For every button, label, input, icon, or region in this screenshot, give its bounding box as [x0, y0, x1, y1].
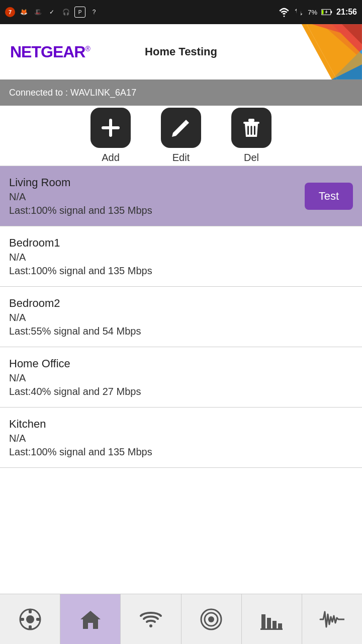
edit-label: Edit — [172, 152, 190, 164]
location-name: Living Room — [9, 176, 152, 189]
location-info: Home OfficeN/ALast:40% signal and 27 Mbp… — [9, 357, 141, 397]
delete-icon-box — [231, 108, 272, 148]
connection-label: Connected to : WAVLINK_6A17 — [9, 88, 136, 98]
check-icon: ✓ — [46, 7, 57, 18]
location-status: N/A — [9, 372, 141, 384]
connection-bar: Connected to : WAVLINK_6A17 — [0, 79, 362, 106]
svg-rect-18 — [251, 126, 252, 135]
add-label: Add — [102, 152, 120, 164]
location-status: N/A — [9, 312, 141, 324]
nav-chart[interactable] — [242, 594, 302, 644]
svg-rect-3 — [322, 10, 323, 15]
location-name: Home Office — [9, 357, 141, 370]
add-button[interactable]: Add — [90, 108, 131, 164]
nav-home[interactable] — [60, 594, 121, 644]
location-last: Last:100% signal and 135 Mbps — [9, 446, 152, 458]
location-item[interactable]: KitchenN/ALast:100% signal and 135 Mbps — [0, 408, 362, 468]
location-last: Last:55% signal and 54 Mbps — [9, 326, 141, 337]
data-transfer-icon — [294, 7, 304, 17]
location-item[interactable]: Bedroom1N/ALast:100% signal and 135 Mbps — [0, 226, 362, 287]
battery-icon — [321, 8, 332, 16]
svg-rect-30 — [261, 614, 265, 629]
svg-rect-25 — [36, 618, 40, 621]
svg-point-21 — [26, 615, 34, 623]
test-button[interactable]: Test — [305, 183, 353, 210]
svg-marker-4 — [325, 10, 328, 14]
status-left: 7 🦊 🎩 ✓ 🎧 P ? — [5, 7, 100, 18]
location-status: N/A — [9, 252, 152, 263]
delete-button[interactable]: Del — [231, 108, 272, 164]
svg-rect-31 — [267, 618, 271, 629]
location-list: Living RoomN/ALast:100% signal and 135 M… — [0, 166, 362, 468]
location-last: Last:100% signal and 135 Mbps — [9, 265, 152, 277]
svg-rect-19 — [254, 126, 255, 135]
add-icon-box — [90, 108, 131, 148]
delete-label: Del — [244, 152, 259, 164]
nav-wifi[interactable] — [121, 594, 181, 644]
toolbar: Add Edit Del — [0, 106, 362, 166]
svg-rect-14 — [102, 126, 120, 129]
wifi-status-icon — [279, 7, 290, 18]
notification-badge: 7 — [5, 7, 15, 17]
location-info: Bedroom2N/ALast:55% signal and 54 Mbps — [9, 297, 141, 337]
svg-rect-22 — [29, 609, 32, 613]
location-name: Bedroom2 — [9, 297, 141, 310]
nav-waveform[interactable] — [302, 594, 362, 644]
color-decoration — [261, 24, 362, 79]
svg-rect-24 — [20, 618, 24, 621]
location-name: Kitchen — [9, 418, 152, 431]
svg-point-26 — [149, 624, 152, 627]
location-info: Bedroom1N/ALast:100% signal and 135 Mbps — [9, 236, 152, 277]
location-status: N/A — [9, 191, 152, 203]
location-last: Last:40% signal and 27 Mbps — [9, 386, 141, 397]
svg-rect-15 — [243, 122, 259, 124]
edit-icon-box — [161, 108, 201, 148]
page-title: Home Testing — [145, 45, 217, 58]
edit-button[interactable]: Edit — [161, 108, 201, 164]
location-item[interactable]: Bedroom2N/ALast:55% signal and 54 Mbps — [0, 287, 362, 347]
svg-rect-32 — [273, 621, 277, 629]
battery-percent: 7% — [308, 9, 317, 16]
netgear-logo: NETGEAR® — [10, 43, 90, 61]
svg-rect-2 — [331, 11, 332, 14]
svg-point-0 — [284, 16, 285, 17]
svg-rect-34 — [260, 628, 283, 630]
parking-icon: P — [74, 7, 85, 18]
fox-icon: 🦊 — [18, 7, 29, 18]
bottom-nav — [0, 594, 362, 644]
location-info: KitchenN/ALast:100% signal and 135 Mbps — [9, 418, 152, 458]
location-info: Living RoomN/ALast:100% signal and 135 M… — [9, 176, 152, 216]
hat-icon: 🎩 — [32, 7, 43, 18]
clock: 21:56 — [336, 8, 357, 17]
location-last: Last:100% signal and 135 Mbps — [9, 205, 152, 216]
svg-rect-16 — [248, 119, 254, 122]
headset-icon: 🎧 — [60, 7, 71, 18]
svg-rect-17 — [247, 126, 249, 135]
location-item[interactable]: Home OfficeN/ALast:40% signal and 27 Mbp… — [0, 347, 362, 408]
nav-signal[interactable] — [182, 594, 242, 644]
status-bar: 7 🦊 🎩 ✓ 🎧 P ? 7% 21:56 — [0, 0, 362, 24]
question-icon: ? — [88, 7, 100, 18]
svg-point-29 — [208, 616, 214, 622]
header: NETGEAR® Home Testing — [0, 24, 362, 79]
location-item[interactable]: Living RoomN/ALast:100% signal and 135 M… — [0, 166, 362, 226]
status-right: 7% 21:56 — [279, 7, 357, 18]
svg-rect-23 — [29, 625, 32, 629]
nav-settings[interactable] — [0, 594, 60, 644]
location-status: N/A — [9, 433, 152, 444]
location-name: Bedroom1 — [9, 236, 152, 250]
